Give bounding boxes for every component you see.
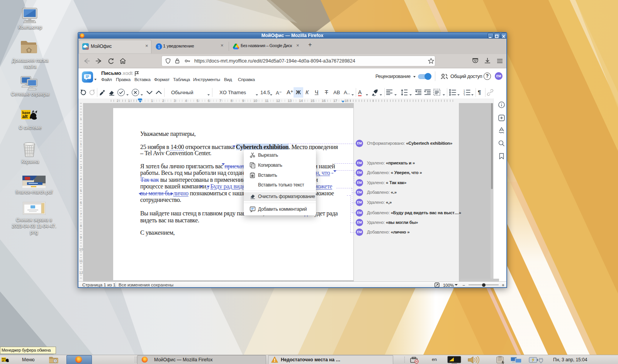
svg-text:3: 3 bbox=[464, 94, 465, 96]
svg-text:1: 1 bbox=[158, 44, 160, 49]
svg-text:alt: alt bbox=[2, 360, 5, 362]
svg-text:alt: alt bbox=[22, 114, 28, 119]
